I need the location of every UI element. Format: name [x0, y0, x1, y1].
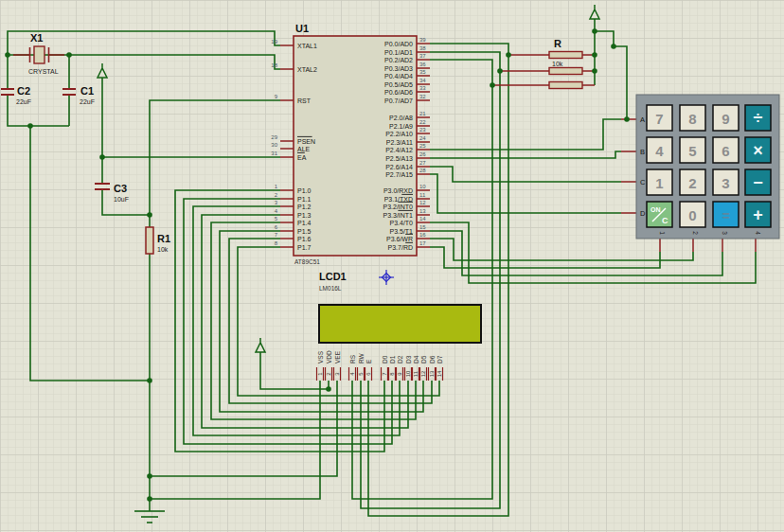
crystal-value: CRYSTAL [28, 68, 59, 75]
mcu-pin-number: 16 [419, 232, 426, 238]
mcu-pin-label: P1.5 [297, 228, 312, 235]
keypad-col-label: 3 [722, 231, 728, 235]
mcu-pin-label: P0.1/AD1 [384, 49, 413, 56]
mcu-part: AT89C51 [294, 258, 320, 265]
mcu-pin-label: P0.6/AD6 [384, 89, 413, 96]
keypad-row-label: D [640, 209, 646, 218]
junction-dot [147, 212, 152, 218]
mcu-pin-number: 25 [419, 143, 426, 149]
mcu-pin-number: 38 [419, 45, 426, 51]
lcd-pin-number: 11 [413, 370, 419, 377]
mcu-pin-label: P2.3/A11 [386, 139, 413, 146]
lcd-part: LM016L [319, 285, 342, 292]
lcd-pin-label: RW [358, 352, 365, 364]
mcu-pin-number: 19 [271, 39, 277, 44]
resistor-r1[interactable] [146, 227, 153, 254]
mcu-pin-label: P3.5/T1 [389, 228, 413, 235]
lcd-pin-label: D1 [389, 355, 396, 364]
c1-ref: C1 [80, 85, 94, 97]
lcd-pin-label: D7 [437, 355, 443, 364]
mcu-pin-label: P2.6/A14 [385, 164, 413, 170]
key-label: C [662, 216, 668, 225]
mcu-pin-label: XTAL2 [297, 66, 317, 73]
mcu-pin-label: P0.4/AD4 [384, 73, 413, 80]
mcu-pin-label: P2.0/A8 [389, 115, 413, 121]
lcd-pin-label: D2 [397, 355, 403, 364]
resistor-network[interactable] [549, 52, 582, 89]
mcu-pin-label: EA [297, 154, 307, 161]
mcu-pin-number: 26 [419, 151, 426, 157]
mcu-pin-number: 12 [419, 200, 426, 205]
mcu-pin-number: 15 [419, 224, 426, 230]
mcu-pin-label: P2.7/A15 [385, 171, 413, 178]
keypad-col-label: 2 [692, 231, 699, 235]
lcd-pin-label: D3 [405, 355, 412, 364]
key-label: 3 [722, 175, 729, 191]
lcd-pin-number: 13 [429, 370, 435, 377]
key-label: 9 [722, 111, 729, 127]
mcu-pin-number: 27 [419, 160, 426, 166]
mcu-pin-label: P3.7/RD [388, 244, 413, 251]
r-ref: R [554, 38, 561, 49]
r1-ref: R1 [157, 233, 170, 244]
lcd-pin-label: E [365, 359, 372, 364]
mcu-pin-label: P3.2/INT0 [383, 204, 413, 210]
mcu-pin-label: P0.7/AD7 [384, 98, 413, 104]
lcd-pin-label: D5 [420, 355, 427, 364]
mcu-pin-label: P3.0/RXD [383, 187, 413, 194]
mcu-pin-label: P1.2 [297, 204, 312, 210]
junction-dot [506, 52, 511, 58]
mcu-pin-number: 21 [419, 111, 426, 116]
junction-dot [490, 82, 495, 88]
key-label: 6 [722, 143, 729, 159]
c2-ref: C2 [17, 85, 30, 97]
lcd-pin-label: VDD [326, 350, 332, 364]
c3-value: 10uF [114, 196, 129, 203]
mcu-pin-number: 23 [419, 127, 426, 133]
mcu-pin-label: P3.4/T0 [389, 220, 413, 226]
junction-dot [147, 378, 152, 383]
mcu-pin-label: P2.5/A13 [385, 155, 413, 162]
lcd-screen[interactable] [319, 305, 481, 343]
mcu-pin-number: 37 [419, 53, 426, 59]
junction-dot [5, 52, 10, 58]
mcu-pin-number: 34 [419, 78, 426, 83]
c1-value: 22uF [80, 98, 95, 105]
schematic-canvas: X1 CRYSTAL C2 22uF C1 22uF C3 10uF R1 10… [0, 0, 784, 532]
mcu-pin-number: 30 [271, 142, 277, 148]
mcu-pin-number: 24 [419, 135, 426, 141]
mcu-pin-number: 13 [419, 208, 426, 214]
mcu-pin-label: P2.1/A9 [389, 123, 413, 130]
junction-dot [624, 116, 630, 122]
lcd-pin-label: D6 [429, 355, 436, 364]
junction-dot [66, 52, 72, 58]
mcu-pin-label: P0.2/AD2 [384, 57, 413, 63]
mcu-pin-label: P0.5/AD5 [384, 81, 413, 88]
mcu-pin-number: 28 [419, 168, 426, 173]
junction-dot [99, 154, 105, 160]
mcu-ref: U1 [295, 23, 309, 34]
mcu-pin-label: P1.3 [297, 212, 312, 219]
mcu-pin-number: 22 [419, 119, 426, 125]
mcu-pin-label: P0.3/AD3 [384, 65, 413, 72]
c2-value: 22uF [16, 98, 31, 105]
mcu-pin-number: 33 [419, 85, 426, 91]
junction-dot [592, 52, 597, 58]
c3-ref: C3 [114, 183, 127, 194]
key-label: + [753, 205, 763, 224]
mcu-pin-number: 18 [271, 62, 277, 68]
mcu-pin-number: 14 [419, 216, 426, 222]
key-label: × [753, 141, 763, 160]
key-label: = [722, 208, 729, 223]
key-label: ÷ [754, 109, 763, 128]
mcu-pin-label: P3.6/WR [386, 236, 413, 242]
mcu-pin-label: P1.6 [297, 236, 312, 242]
lcd-pin-number: 14 [437, 370, 442, 377]
mcu-pin-number: 29 [271, 134, 277, 140]
crystal-ref: X1 [30, 32, 43, 44]
key-label: 7 [655, 111, 663, 127]
mcu-pin-number: 10 [419, 184, 426, 189]
keypad-keys: 789÷456×123−ONC0=+ABCD1234 [640, 105, 771, 235]
key-label: 2 [688, 175, 696, 191]
keypad-row-label: A [640, 115, 645, 124]
